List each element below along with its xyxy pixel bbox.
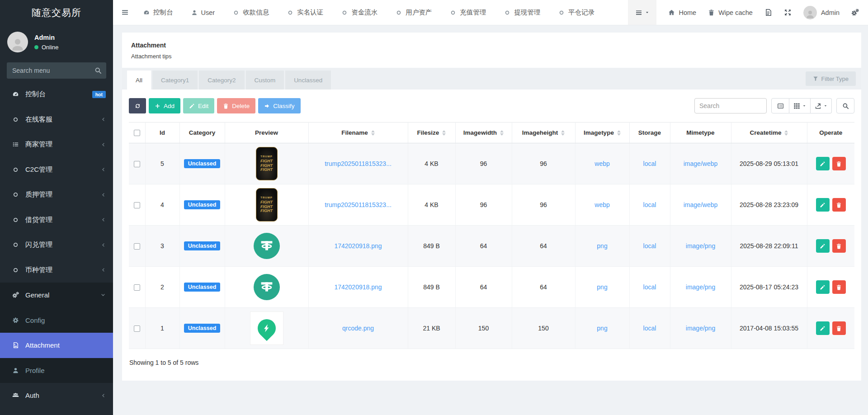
sidebar-item-auth[interactable]: Auth (0, 383, 113, 408)
qrcode-preview-image[interactable] (250, 311, 283, 345)
select-all-checkbox[interactable] (134, 130, 140, 136)
trump-card-preview-image[interactable]: TRUMPFIGHTFIGHTFIGHT (256, 147, 278, 180)
column-createtime[interactable]: Createtime (731, 123, 807, 143)
wipe-cache-button[interactable]: Wipe cache (708, 9, 753, 16)
trash-icon (836, 284, 842, 290)
tab-unclassed[interactable]: Unclassed (285, 71, 331, 90)
row-delete-button[interactable] (832, 280, 846, 294)
navbar-tab-dashboard[interactable]: 控制台 (143, 8, 173, 17)
mimetype-link[interactable]: image/webp (684, 201, 718, 208)
navbar-tab-close-position[interactable]: 平仓记录 (558, 8, 594, 17)
row-delete-button[interactable] (832, 321, 846, 335)
cell-createtime: 2025-08-17 05:24:23 (731, 267, 807, 308)
sidebar-toggle-button[interactable] (113, 0, 137, 25)
sidebar-search-input[interactable] (7, 62, 106, 79)
trump-card-preview-image[interactable]: TRUMPFIGHTFIGHTFIGHT (256, 188, 278, 222)
detail-view-button[interactable] (771, 98, 789, 113)
columns-dropdown-button[interactable] (789, 98, 811, 113)
filename-link[interactable]: qrcode.png (342, 325, 374, 332)
filename-link[interactable]: 1742020918.png (334, 242, 382, 250)
fullscreen-button[interactable] (784, 9, 792, 16)
storage-link[interactable]: local (643, 201, 656, 208)
row-checkbox[interactable] (134, 325, 140, 332)
circle-o-icon (10, 116, 21, 123)
home-button[interactable]: Home (668, 9, 696, 16)
imagetype-link[interactable]: png (597, 242, 607, 250)
filename-link[interactable]: trump2025011815323... (325, 160, 392, 167)
pagination-summary: Showing 1 to 5 of 5 rows (122, 349, 861, 376)
sidebar-item-coin[interactable]: 币种管理 (0, 258, 113, 283)
sidebar-item-merchant[interactable]: 商家管理 (0, 132, 113, 157)
tab-category2[interactable]: Category2 (199, 71, 244, 90)
filename-link[interactable]: trump2025011815323... (325, 201, 392, 208)
tether-logo-preview-image[interactable] (254, 274, 280, 300)
navbar-tab-user-assets[interactable]: 用户资产 (396, 8, 432, 17)
row-edit-button[interactable] (816, 280, 830, 294)
delete-button[interactable]: Delete (217, 98, 255, 113)
column-imagewidth[interactable]: Imagewidth (455, 123, 512, 143)
translate-button[interactable] (764, 9, 772, 16)
sidebar-item-dashboard[interactable]: 控制台 hot (0, 82, 113, 107)
storage-link[interactable]: local (643, 242, 656, 250)
row-checkbox[interactable] (134, 243, 140, 250)
navbar-tab-funds-flow[interactable]: 资金流水 (341, 8, 377, 17)
sidebar-item-flash-swap[interactable]: 闪兑管理 (0, 232, 113, 258)
mimetype-link[interactable]: image/png (686, 283, 715, 291)
navbar-tab-withdraw[interactable]: 提现管理 (504, 8, 540, 17)
row-edit-button[interactable] (816, 157, 830, 170)
row-delete-button[interactable] (832, 157, 846, 170)
tab-custom[interactable]: Custom (246, 71, 284, 90)
sidebar-item-c2c[interactable]: C2C管理 (0, 157, 113, 183)
imagetype-link[interactable]: webp (594, 160, 609, 167)
storage-link[interactable]: local (643, 160, 656, 167)
imagetype-link[interactable]: webp (594, 201, 609, 208)
row-delete-button[interactable] (832, 239, 846, 253)
toggle-search-button[interactable] (836, 98, 854, 113)
mimetype-link[interactable]: image/png (686, 325, 715, 332)
navbar-tab-user[interactable]: User (191, 9, 215, 16)
filename-link[interactable]: 1742020918.png (334, 283, 382, 291)
sidebar-item-online-service[interactable]: 在线客服 (0, 107, 113, 132)
row-edit-button[interactable] (816, 198, 830, 212)
filter-type-button[interactable]: Filter Type (806, 71, 856, 86)
row-checkbox[interactable] (134, 161, 140, 167)
nav-menu-dropdown[interactable] (628, 0, 656, 25)
storage-link[interactable]: local (643, 325, 656, 332)
sidebar-item-lending[interactable]: 借贷管理 (0, 208, 113, 233)
navbar-tab-real-name[interactable]: 实名认证 (287, 8, 323, 17)
row-checkbox[interactable] (134, 202, 140, 208)
admin-menu[interactable]: Admin (803, 6, 840, 19)
row-edit-button[interactable] (816, 239, 830, 253)
row-edit-button[interactable] (816, 321, 830, 335)
tether-logo-preview-image[interactable] (254, 233, 280, 259)
tab-all[interactable]: All (127, 71, 151, 90)
add-button[interactable]: Add (149, 98, 180, 113)
cell-id: 4 (145, 184, 179, 226)
refresh-button[interactable] (129, 98, 146, 113)
sidebar-item-pledge[interactable]: 质押管理 (0, 182, 113, 208)
table-search-input[interactable] (694, 98, 767, 113)
row-checkbox[interactable] (134, 284, 140, 291)
export-dropdown-button[interactable] (811, 98, 832, 113)
mimetype-link[interactable]: image/png (686, 242, 715, 250)
column-imagetype[interactable]: Imagetype (575, 123, 629, 143)
tab-category1[interactable]: Category1 (152, 71, 198, 90)
imagetype-link[interactable]: png (597, 325, 607, 332)
classify-button[interactable]: Classify (258, 98, 300, 113)
navbar-tab-recharge[interactable]: 充值管理 (450, 8, 486, 17)
funnel-icon (813, 76, 818, 81)
sidebar-item-general[interactable]: General (0, 283, 113, 308)
settings-gears-button[interactable] (851, 9, 859, 16)
row-delete-button[interactable] (832, 198, 846, 212)
sidebar-item-attachment[interactable]: Attachment (0, 333, 113, 358)
sidebar-item-profile[interactable]: Profile (0, 358, 113, 383)
sidebar-item-config[interactable]: Config (0, 308, 113, 333)
column-filename[interactable]: Filename (308, 123, 408, 143)
column-imageheight[interactable]: Imageheight (512, 123, 575, 143)
storage-link[interactable]: local (643, 283, 656, 291)
column-filesize[interactable]: Filesize (408, 123, 455, 143)
edit-button[interactable]: Edit (183, 98, 214, 113)
imagetype-link[interactable]: png (597, 283, 607, 291)
navbar-tab-payment-info[interactable]: 收款信息 (233, 8, 269, 17)
mimetype-link[interactable]: image/webp (684, 160, 718, 167)
